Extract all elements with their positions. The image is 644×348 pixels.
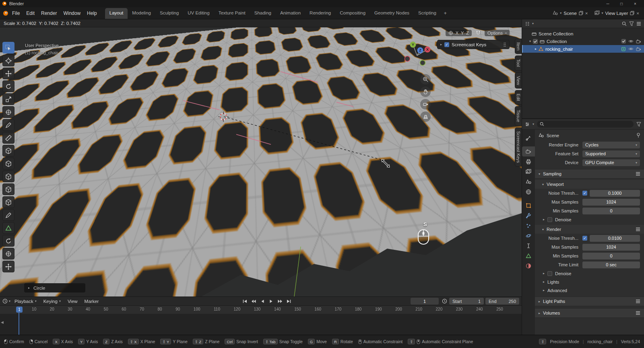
- tab-compositing[interactable]: Compositing: [335, 8, 370, 19]
- tool-move[interactable]: [2, 68, 14, 79]
- maximize-button[interactable]: □: [615, 0, 628, 7]
- tool-select-box[interactable]: [2, 42, 14, 54]
- close-button[interactable]: ×: [628, 0, 642, 7]
- tab-particle-properties[interactable]: [522, 220, 535, 231]
- search-icon[interactable]: [622, 21, 627, 26]
- outliner-options-icon[interactable]: [636, 22, 641, 26]
- tool-bevel[interactable]: [2, 183, 14, 195]
- section-sampling[interactable]: ▾ Sampling: [535, 169, 644, 179]
- tool-annotate[interactable]: [2, 119, 14, 131]
- properties-editor-icon[interactable]: [525, 122, 530, 127]
- expand-icon[interactable]: ▸: [440, 43, 442, 46]
- collection-checkbox[interactable]: [533, 39, 538, 44]
- tab-physics-properties[interactable]: [522, 231, 535, 241]
- tool-extrude-region[interactable]: [2, 158, 14, 169]
- viewport-noise-threshold-field[interactable]: 0.1000: [590, 190, 640, 197]
- tab-modeling[interactable]: Modeling: [128, 8, 155, 19]
- play-reverse-button[interactable]: [258, 298, 266, 305]
- camera-view-button[interactable]: [420, 99, 431, 109]
- denoise-checkbox[interactable]: ✓: [547, 271, 552, 276]
- menu-keying[interactable]: Keying▾: [41, 298, 64, 305]
- sidebar-tab-tool[interactable]: Tool: [515, 56, 522, 70]
- hide-eye-icon[interactable]: [628, 39, 634, 43]
- outliner-editor-icon[interactable]: [525, 21, 530, 26]
- menu-marker[interactable]: Marker: [82, 298, 102, 305]
- axis-z-toggle[interactable]: Z: [466, 31, 469, 35]
- filter-icon[interactable]: [636, 122, 641, 127]
- tab-object-properties[interactable]: [522, 200, 535, 210]
- denoise-checkbox[interactable]: ✓: [547, 217, 552, 222]
- viewport-min-samples-field[interactable]: 0: [582, 208, 640, 214]
- screencast-keys-checkbox[interactable]: ✓: [444, 42, 449, 47]
- filter-icon[interactable]: [629, 21, 634, 26]
- tab-animation[interactable]: Animation: [276, 8, 305, 19]
- hide-eye-icon[interactable]: [628, 47, 634, 51]
- panel-menu-icon[interactable]: [636, 172, 640, 176]
- blender-menu-icon[interactable]: [2, 10, 9, 16]
- render-engine-dropdown[interactable]: Cycles▾: [582, 142, 640, 148]
- section-volumes[interactable]: ▸ Volumes: [535, 308, 644, 318]
- scene-selector[interactable]: ▾ Scene ×: [553, 10, 588, 16]
- tool-transform[interactable]: [2, 106, 14, 118]
- options-dropdown[interactable]: Options ▾: [485, 30, 510, 36]
- snap-magnet-icon[interactable]: [476, 31, 481, 35]
- playback-sync-icon[interactable]: [442, 299, 447, 304]
- tool-cursor[interactable]: [2, 55, 14, 66]
- time-limit-field[interactable]: 0 sec: [582, 262, 640, 268]
- feature-set-dropdown[interactable]: Supported▾: [582, 150, 640, 157]
- drag-handle-icon[interactable]: [503, 42, 506, 47]
- exclude-checkbox[interactable]: [621, 39, 626, 43]
- tab-object-data-properties[interactable]: [522, 251, 535, 261]
- tab-rendering[interactable]: Rendering: [305, 8, 335, 19]
- navigation-gizmo[interactable]: Y Z X: [402, 39, 431, 68]
- device-dropdown[interactable]: GPU Compute▾: [582, 159, 640, 166]
- tool-add-cube[interactable]: [2, 145, 14, 156]
- tab-scene-properties[interactable]: [522, 177, 535, 187]
- tool-rotate[interactable]: [2, 80, 14, 92]
- panel-menu-icon[interactable]: [636, 299, 640, 303]
- tab-view-layer-properties[interactable]: [522, 167, 535, 177]
- playhead[interactable]: 1: [16, 307, 23, 313]
- render-min-samples-field[interactable]: 0: [582, 253, 640, 259]
- editor-type-icon[interactable]: [2, 299, 8, 304]
- tab-sculpting[interactable]: Sculpting: [155, 8, 183, 19]
- prev-keyframe-button[interactable]: [250, 298, 257, 305]
- viewport-denoise-row[interactable]: ▸ ✓ Denoise: [535, 215, 644, 224]
- outliner-row-rocking-chair[interactable]: ▸ rocking_chair: [522, 45, 644, 53]
- operator-panel[interactable]: ▸ Circle: [24, 283, 85, 292]
- expand-icon[interactable]: ▾: [529, 39, 531, 43]
- properties-search-input[interactable]: [537, 121, 634, 128]
- outliner-row-collection[interactable]: ▾ Collection: [522, 37, 644, 45]
- view-layer-selector[interactable]: ▾ View Layer ×: [594, 10, 639, 16]
- menu-help[interactable]: Help: [84, 9, 100, 17]
- panel-menu-icon[interactable]: [636, 227, 640, 231]
- tool-loop-cut[interactable]: [2, 196, 14, 208]
- gizmo-axis-neg-y[interactable]: [420, 60, 425, 66]
- duplicate-scene-icon[interactable]: [579, 11, 583, 15]
- tab-render-properties[interactable]: [522, 146, 535, 156]
- jump-end-button[interactable]: [285, 298, 293, 305]
- menu-window[interactable]: Window: [60, 9, 84, 17]
- timeline-ruler[interactable]: 1102030405060708090100110120130140150160…: [0, 306, 522, 314]
- tool-scale[interactable]: [2, 93, 14, 105]
- noise-threshold-checkbox[interactable]: ✓: [582, 191, 587, 196]
- next-keyframe-button[interactable]: [276, 298, 284, 305]
- timeline-collapse-icon[interactable]: ◀: [1, 320, 4, 324]
- start-frame-field[interactable]: Start 1: [449, 298, 484, 305]
- tab-constraint-properties[interactable]: [522, 241, 535, 251]
- add-view-layer-icon[interactable]: [630, 11, 634, 15]
- orientation-icon[interactable]: [448, 31, 453, 35]
- subsection-render[interactable]: ▾ Render: [535, 225, 644, 234]
- section-light-paths[interactable]: ▸ Light Paths: [535, 297, 644, 306]
- pin-icon[interactable]: [636, 133, 640, 138]
- remove-view-layer-icon[interactable]: ×: [636, 11, 639, 16]
- sidebar-tab-screencast-keys[interactable]: Screencast Keys: [515, 128, 522, 167]
- tab-material-properties[interactable]: [522, 261, 535, 271]
- zoom-button[interactable]: [420, 74, 431, 84]
- expand-icon[interactable]: ▸: [535, 47, 537, 51]
- menu-edit[interactable]: Edit: [23, 9, 38, 17]
- tab-modifier-properties[interactable]: [522, 210, 535, 220]
- tab-output-properties[interactable]: [522, 156, 535, 167]
- sidebar-tab-item[interactable]: Item: [515, 39, 522, 54]
- viewport-max-samples-field[interactable]: 1024: [582, 199, 640, 206]
